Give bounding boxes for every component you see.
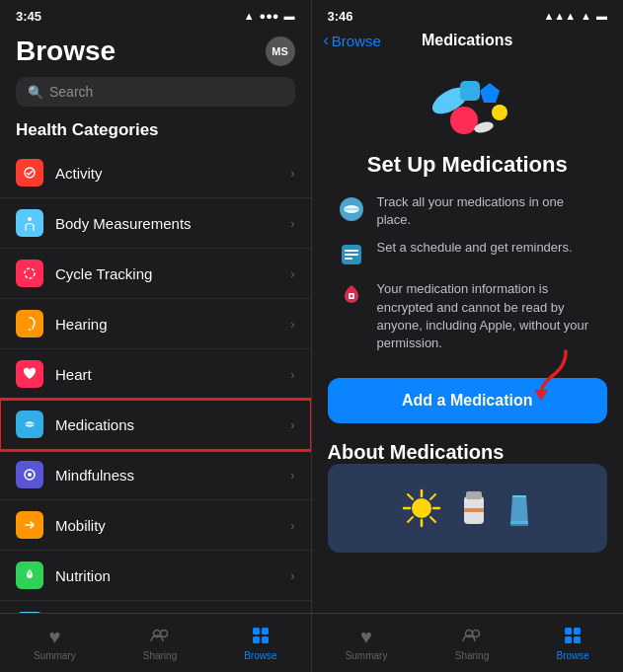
medications-label: Medications <box>55 416 290 433</box>
svg-rect-26 <box>345 250 358 252</box>
svg-point-3 <box>29 329 31 331</box>
left-tab-bar: ♥ Summary Sharing Browse <box>0 613 311 672</box>
right-status-bar: 3:46 ▲▲▲ ▲ ▬ <box>312 0 624 28</box>
sharing-icon <box>150 626 170 648</box>
heart-label: Heart <box>55 366 290 383</box>
about-title: About Medications <box>328 441 505 463</box>
svg-rect-42 <box>466 491 482 499</box>
avatar[interactable]: MS <box>266 37 295 66</box>
svg-rect-28 <box>345 258 352 260</box>
heart-chevron: › <box>290 367 294 382</box>
menu-list: Activity › Body Measurements › Cycle Tra… <box>0 148 311 613</box>
browse-label: Browse <box>244 650 276 661</box>
svg-rect-49 <box>565 636 572 643</box>
medications-hero: Set Up Medications Track all your medica… <box>312 57 624 364</box>
svg-rect-17 <box>460 81 480 101</box>
add-button-label: Add a Medication <box>402 392 532 410</box>
mindfulness-chevron: › <box>290 468 294 483</box>
svg-marker-31 <box>534 390 548 401</box>
svg-line-39 <box>430 494 435 499</box>
browse-icon <box>251 626 271 648</box>
svg-rect-48 <box>574 628 581 635</box>
svg-rect-50 <box>574 636 581 643</box>
mobility-label: Mobility <box>55 517 290 534</box>
svg-rect-12 <box>253 628 260 635</box>
left-panel: 3:45 ▲ ●●● ▬ Browse MS 🔍 Search Health C… <box>0 0 311 672</box>
battery-icon: ▬ <box>284 10 295 22</box>
menu-item-activity[interactable]: Activity › <box>0 148 311 198</box>
menu-item-medications[interactable]: Medications › <box>0 400 311 450</box>
nutrition-chevron: › <box>290 568 294 583</box>
right-summary-icon: ♥ <box>360 626 372 648</box>
tab-summary[interactable]: ♥ Summary <box>34 626 76 661</box>
menu-item-heart[interactable]: Heart › <box>0 349 311 400</box>
svg-marker-19 <box>480 83 500 103</box>
right-browse-icon <box>563 626 583 648</box>
right-summary-label: Summary <box>346 650 388 661</box>
right-nav: ‹ Browse Medications <box>312 28 624 57</box>
browse-header: Browse MS <box>0 28 311 73</box>
mobility-icon <box>16 511 43 539</box>
svg-line-40 <box>408 517 413 522</box>
svg-point-1 <box>28 217 32 221</box>
svg-rect-14 <box>253 636 260 643</box>
right-panel: 3:46 ▲▲▲ ▲ ▬ ‹ Browse Medications <box>312 0 624 672</box>
back-button[interactable]: ‹ Browse <box>324 32 381 49</box>
left-status-bar: 3:45 ▲ ●●● ▬ <box>0 0 311 28</box>
body-label: Body Measurements <box>55 215 290 232</box>
search-bar[interactable]: 🔍 Search <box>16 77 295 107</box>
wifi-icon: ▲ <box>244 10 255 22</box>
heart-icon <box>16 360 43 388</box>
feature-list: Track all your medications in one place.… <box>332 193 604 352</box>
feature-row-3: Your medication information is encrypted… <box>336 280 600 352</box>
menu-item-mobility[interactable]: Mobility › <box>0 500 311 551</box>
nutrition-label: Nutrition <box>55 567 290 584</box>
about-thumbnail <box>328 464 608 553</box>
hearing-label: Hearing <box>55 316 290 333</box>
tab-browse[interactable]: Browse <box>244 626 276 661</box>
tab-sharing[interactable]: Sharing <box>143 626 177 661</box>
feature-row-2: Set a schedule and get reminders. <box>336 239 600 270</box>
menu-item-body[interactable]: Body Measurements › <box>0 198 311 249</box>
right-tab-bar: ♥ Summary Sharing Browse <box>312 613 624 672</box>
svg-rect-27 <box>345 254 358 256</box>
menu-item-cycle[interactable]: Cycle Tracking › <box>0 249 311 299</box>
right-sharing-label: Sharing <box>455 650 489 661</box>
search-placeholder: Search <box>49 84 93 100</box>
svg-point-2 <box>25 268 35 278</box>
right-status-time: 3:46 <box>328 9 353 24</box>
medications-chevron: › <box>290 417 294 432</box>
svg-point-11 <box>160 630 167 636</box>
feature-icon-3 <box>336 280 367 312</box>
hearing-icon <box>16 310 43 337</box>
svg-rect-15 <box>262 636 269 643</box>
left-status-icons: ▲ ●●● ▬ <box>244 10 295 22</box>
menu-item-hearing[interactable]: Hearing › <box>0 299 311 349</box>
left-status-time: 3:45 <box>16 9 41 24</box>
right-battery-icon: ▬ <box>596 10 607 22</box>
sharing-label: Sharing <box>143 650 177 661</box>
menu-item-nutrition[interactable]: Nutrition › <box>0 551 311 601</box>
feature-icon-1 <box>336 193 367 225</box>
menu-item-mindfulness[interactable]: Mindfulness › <box>0 450 311 500</box>
right-tab-summary[interactable]: ♥ Summary <box>346 626 388 661</box>
body-icon <box>16 209 43 237</box>
svg-point-30 <box>350 295 352 298</box>
svg-line-37 <box>408 494 413 499</box>
summary-icon: ♥ <box>48 626 60 648</box>
cycle-icon <box>16 260 43 287</box>
back-label: Browse <box>332 33 381 49</box>
health-categories-header: Health Categories <box>0 116 311 148</box>
svg-point-20 <box>492 105 507 120</box>
right-signal-icon: ▲▲▲ <box>543 10 576 22</box>
feature-text-3: Your medication information is encrypted… <box>377 280 600 352</box>
menu-item-respiratory[interactable]: Respiratory › <box>0 601 311 613</box>
body-chevron: › <box>290 216 294 231</box>
svg-line-38 <box>430 517 435 522</box>
feature-row-1: Track all your medications in one place. <box>336 193 600 229</box>
svg-point-32 <box>412 498 431 518</box>
mobility-chevron: › <box>290 518 294 533</box>
right-tab-browse[interactable]: Browse <box>556 626 588 661</box>
medications-icon <box>16 411 43 438</box>
right-tab-sharing[interactable]: Sharing <box>455 626 489 661</box>
